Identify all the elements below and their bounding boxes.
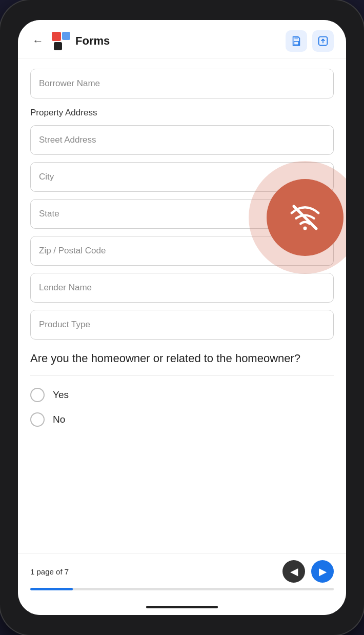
phone-shell: ← Forms [0, 0, 364, 635]
radio-no-label: No [53, 414, 65, 425]
svg-rect-0 [52, 32, 61, 41]
borrower-name-input[interactable] [30, 69, 334, 98]
city-input[interactable] [30, 162, 334, 192]
form-content: Property Address Are you the homeowner o… [18, 58, 346, 553]
save-button[interactable] [286, 30, 307, 52]
header-title: Forms [75, 34, 286, 48]
home-bar [146, 606, 218, 608]
nav-buttons: ◀ ▶ [282, 560, 334, 583]
radio-yes-label: Yes [53, 389, 69, 401]
radio-yes-circle [30, 388, 45, 402]
question-divider [30, 375, 334, 375]
home-indicator [18, 599, 346, 615]
back-button[interactable]: ← [30, 32, 46, 50]
radio-no[interactable]: No [30, 407, 334, 432]
next-page-button[interactable]: ▶ [311, 560, 334, 583]
radio-no-circle [30, 412, 45, 427]
header-actions [286, 30, 334, 52]
header: ← Forms [18, 20, 346, 58]
state-input[interactable] [30, 199, 334, 229]
export-icon [317, 35, 329, 47]
svg-rect-2 [54, 42, 62, 50]
export-button[interactable] [312, 30, 334, 52]
phone-screen: ← Forms [18, 20, 346, 615]
app-logo-icon [52, 32, 70, 50]
save-icon [291, 35, 302, 47]
pagination-row: 1 page of 7 ◀ ▶ [30, 560, 334, 583]
svg-rect-4 [294, 42, 298, 45]
progress-bar-fill [30, 588, 73, 590]
prev-page-button[interactable]: ◀ [282, 560, 305, 583]
progress-bar-track [30, 588, 334, 590]
zip-input[interactable] [30, 236, 334, 266]
product-type-input[interactable] [30, 310, 334, 340]
svg-rect-1 [62, 32, 70, 40]
radio-yes[interactable]: Yes [30, 383, 334, 407]
property-address-label: Property Address [30, 108, 334, 118]
homeowner-question: Are you the homeowner or related to the … [30, 351, 334, 367]
bottom-bar: 1 page of 7 ◀ ▶ [18, 553, 346, 599]
svg-rect-3 [294, 37, 298, 39]
lender-name-input[interactable] [30, 273, 334, 303]
street-address-input[interactable] [30, 125, 334, 155]
page-info: 1 page of 7 [30, 567, 69, 576]
